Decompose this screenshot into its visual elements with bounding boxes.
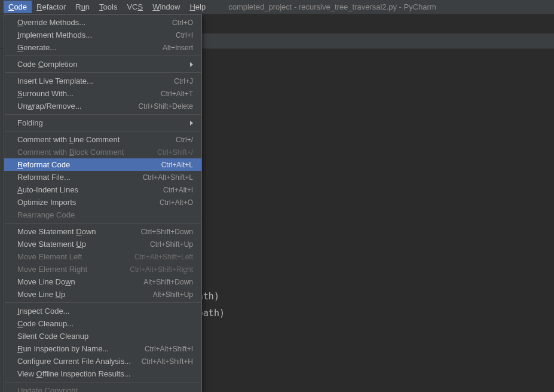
menubar-item[interactable]: Window [148,1,185,13]
menu-item[interactable]: Move Line DownAlt+Shift+Down [4,275,201,288]
menu-shortcut: Ctrl+Alt+O [160,198,193,207]
menu-item[interactable]: View Offline Inspection Results... [4,368,201,380]
menu-item[interactable]: Move Statement DownCtrl+Shift+Down [4,225,201,238]
menu-item-label: Comment with Block Comment [17,148,124,157]
menubar-item[interactable]: Refactor [32,1,71,13]
menubar-item[interactable]: Code [4,1,32,13]
menu-item-label: Move Statement Up [17,240,86,249]
menu-shortcut: Ctrl+Shift+Up [150,240,193,249]
menu-shortcut: Ctrl+Shift+/ [157,148,193,157]
menu-shortcut: Ctrl+Alt+L [161,161,193,169]
menu-item[interactable]: Override Methods...Ctrl+O [4,16,201,29]
menu-item-label: Unwrap/Remove... [17,102,82,111]
menu-item: Move Element RightCtrl+Alt+Shift+Right [4,263,201,275]
menu-item-label: Update Copyright... [17,386,84,392]
menu-item-label: Optimize Imports [17,198,76,207]
window-title: completed_project - recursive_tree_trave… [228,2,436,11]
menu-separator [5,223,201,223]
menu-item-label: Implement Methods... [17,30,92,39]
menu-item[interactable]: Unwrap/Remove...Ctrl+Shift+Delete [4,100,201,112]
menu-item[interactable]: Move Statement UpCtrl+Shift+Up [4,238,201,250]
menu-item-label: Surround With... [17,89,74,98]
menu-item[interactable]: Generate...Alt+Insert [4,41,201,54]
menu-item-label: Move Element Right [17,265,87,274]
menu-item[interactable]: Implement Methods...Ctrl+I [4,29,201,41]
menu-item-label: Auto-Indent Lines [17,185,78,194]
menu-shortcut: Ctrl+Alt+Shift+Left [134,253,193,261]
menu-shortcut: Ctrl+Shift+Delete [139,102,193,111]
menu-item-label: Configure Current File Analysis... [17,357,131,366]
menu-item[interactable]: Reformat CodeCtrl+Alt+L [4,158,201,171]
menu-shortcut: Ctrl+Alt+Shift+Right [130,265,193,274]
menu-item[interactable]: Run Inspection by Name...Ctrl+Alt+Shift+… [4,342,201,355]
menubar-item[interactable]: VCS [122,1,148,13]
menu-item-label: Comment with Line Comment [17,135,120,144]
menubar: CodeRefactorRunToolsVCSWindowHelpcomplet… [0,0,554,14]
menu-item-label: Rearrange Code [17,210,75,219]
menu-item-label: Generate... [17,43,56,52]
menu-item-label: Move Element Left [17,252,82,261]
menu-item-label: Reformat File... [17,173,71,182]
menu-shortcut: Ctrl+Alt+Shift+H [142,357,193,366]
menu-item[interactable]: Optimize ImportsCtrl+Alt+O [4,196,201,209]
menu-shortcut: Ctrl+/ [176,136,193,144]
menu-item-label: Silent Code Cleanup [17,332,88,341]
menu-shortcut: Ctrl+Alt+T [161,90,193,98]
menu-separator [5,56,201,56]
menu-item: Comment with Block CommentCtrl+Shift+/ [4,146,201,158]
menu-item-label: Folding [17,118,43,127]
menubar-item[interactable]: Tools [94,1,122,13]
menu-item-label: Inspect Code... [17,307,69,316]
menu-item-label: Override Methods... [17,18,85,27]
menu-item-label: Insert Live Template... [17,76,93,85]
menu-item[interactable]: Silent Code Cleanup [4,330,201,342]
menu-shortcut: Ctrl+O [172,19,193,27]
menu-shortcut: Ctrl+Shift+Down [141,228,193,236]
menu-separator [5,114,201,115]
menu-item-label: Code Cleanup... [17,319,74,328]
menu-item[interactable]: Folding [4,117,201,129]
menu-item-label: Code Completion [17,60,77,69]
menu-item[interactable]: Code Completion [4,58,201,71]
menu-shortcut: Ctrl+J [174,77,193,85]
menu-item-label: Reformat Code [17,160,70,169]
menu-item[interactable]: Auto-Indent LinesCtrl+Alt+I [4,183,201,196]
menu-item-label: Move Line Down [17,277,75,286]
menu-shortcut: Alt+Shift+Up [153,290,193,299]
menubar-item[interactable]: Help [185,1,210,13]
menu-separator [5,382,201,382]
chevron-right-icon [190,121,193,125]
menu-shortcut: Ctrl+Alt+Shift+L [143,173,193,182]
menu-item[interactable]: Comment with Line CommentCtrl+/ [4,133,201,146]
menu-item-label: Move Statement Down [17,227,96,236]
menu-item[interactable]: Move Line UpAlt+Shift+Up [4,288,201,301]
menu-item: Update Copyright... [4,384,201,392]
menu-separator [5,302,201,303]
menu-item[interactable]: Inspect Code... [4,305,201,317]
menu-item: Rearrange Code [4,209,201,221]
menu-shortcut: Ctrl+I [176,31,193,39]
menu-item: Move Element LeftCtrl+Alt+Shift+Left [4,250,201,263]
menu-item[interactable]: Insert Live Template...Ctrl+J [4,75,201,87]
code-menu-dropdown: Override Methods...Ctrl+OImplement Metho… [4,14,202,392]
menu-separator [5,72,201,73]
menu-item-label: Run Inspection by Name... [17,344,109,353]
menu-item[interactable]: Code Cleanup... [4,317,201,330]
chevron-right-icon [190,62,193,67]
menubar-item[interactable]: Run [71,1,94,13]
menu-item[interactable]: Configure Current File Analysis...Ctrl+A… [4,355,201,368]
menu-item[interactable]: Surround With...Ctrl+Alt+T [4,87,201,100]
menu-shortcut: Ctrl+Alt+Shift+I [145,345,193,353]
menu-item-label: Move Line Up [17,290,65,299]
menu-shortcut: Ctrl+Alt+I [163,186,193,194]
menu-shortcut: Alt+Insert [163,44,193,52]
menu-item-label: View Offline Inspection Results... [17,369,131,378]
menu-item[interactable]: Reformat File...Ctrl+Alt+Shift+L [4,171,201,183]
menu-shortcut: Alt+Shift+Down [143,278,193,286]
menu-separator [5,131,201,131]
